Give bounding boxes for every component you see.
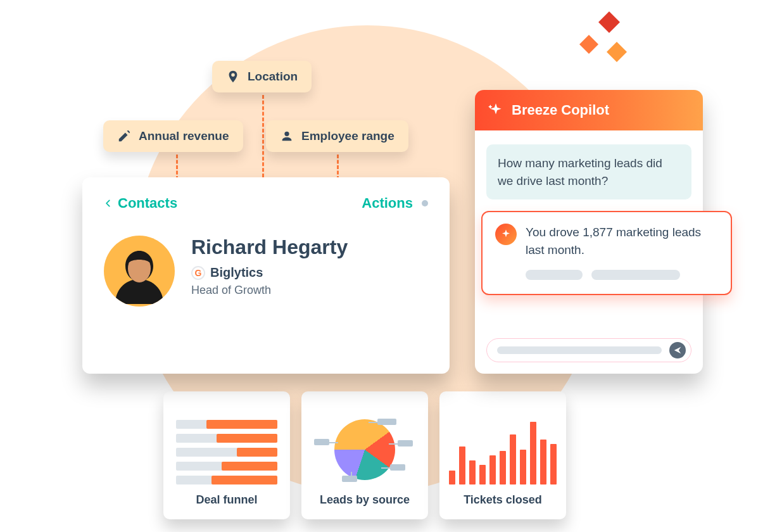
person-icon [280,129,294,143]
copilot-input[interactable] [486,338,691,362]
card-tickets-closed[interactable]: Tickets closed [439,391,566,519]
pill-revenue-label: Annual revenue [139,129,229,143]
card-deal-funnel[interactable]: Deal funnel [163,391,290,519]
pill-employee-range[interactable]: Employee range [266,120,408,152]
ai-badge-icon [495,224,517,245]
actions-label: Actions [362,195,413,212]
input-placeholder-line [497,346,662,354]
answer-loading-placeholders [495,270,718,280]
svg-marker-0 [579,35,598,54]
copilot-answer-bubble: You drove 1,877 marketing leads last mon… [481,211,732,295]
sparkle-icon [557,6,646,82]
send-icon [673,346,682,355]
back-contacts-label: Contacts [118,195,177,212]
contact-avatar [104,236,175,307]
copilot-question-text: How many marketing leads did we drive la… [498,156,662,187]
bar-chart [449,415,557,484]
funnel-chart [176,420,277,484]
card-source-label: Leads by source [320,493,410,507]
pill-employee-label: Employee range [301,129,394,143]
copilot-title: Breeze Copilot [512,102,609,118]
copilot-header: Breeze Copilot [475,90,703,130]
svg-marker-1 [598,11,620,33]
contact-title: Head of Growth [191,284,348,297]
copilot-answer-text: You drove 1,877 marketing leads last mon… [526,224,718,258]
back-contacts-link[interactable]: Contacts [104,195,177,212]
connector-line [262,95,264,177]
more-dot-icon [422,200,428,206]
location-pin-icon [226,70,240,84]
pill-location-label: Location [248,70,298,84]
contact-card: Contacts Actions Richard Hegarty G Bigly… [82,177,450,374]
connector-line [337,155,339,180]
chevron-left-icon [104,197,113,210]
send-button[interactable] [669,342,686,358]
card-tickets-label: Tickets closed [464,493,542,507]
pill-annual-revenue[interactable]: Annual revenue [103,120,243,152]
card-leads-by-source[interactable]: Leads by source [301,391,428,519]
pill-location[interactable]: Location [212,61,312,92]
copilot-question-bubble: How many marketing leads did we drive la… [486,144,691,200]
sparkle-icon [488,102,504,118]
company-logo-icon: G [191,266,205,280]
edit-icon [117,129,131,143]
copilot-panel: Breeze Copilot How many marketing leads … [475,90,703,374]
actions-menu[interactable]: Actions [362,195,428,212]
pie-chart [314,415,415,484]
card-funnel-label: Deal funnel [196,493,257,507]
contact-company: Biglytics [210,265,263,280]
contact-name: Richard Hegarty [191,236,348,259]
connector-line [176,155,178,180]
svg-marker-2 [607,42,627,62]
